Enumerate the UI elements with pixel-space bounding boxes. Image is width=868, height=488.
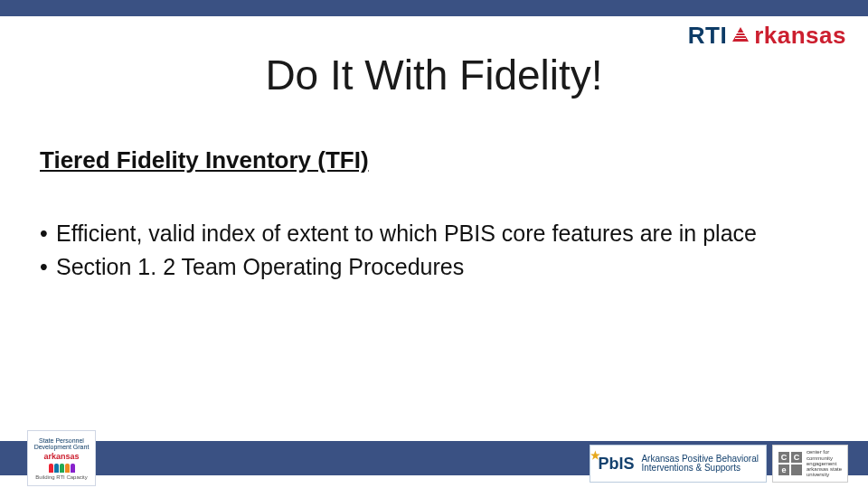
bullet-list: Efficient, valid index of extent to whic…: [40, 219, 828, 285]
logo-text-rti: RTI: [688, 22, 727, 50]
cce-letter: C: [778, 452, 789, 463]
bullet-text: Efficient, valid index of extent to whic…: [56, 219, 757, 249]
bullet-icon: [40, 219, 56, 249]
slide: RTI rkansas Do It With Fidelity! Tiered …: [0, 0, 868, 488]
pbis-line2: Interventions & Supports: [641, 464, 759, 474]
people-icon: [49, 464, 75, 473]
bullet-icon: [40, 252, 56, 282]
slide-subheading: Tiered Fidelity Inventory (TFI): [40, 146, 369, 174]
footer-badges-right: ★ PbIS Arkansas Positive Behavioral Inte…: [590, 445, 848, 483]
triangle-icon: [732, 27, 749, 42]
cce-label: center for community engagement arkansas…: [807, 449, 842, 477]
list-item: Section 1. 2 Team Operating Procedures: [40, 252, 828, 282]
cce-letter: [791, 465, 802, 475]
cce-badge: C C e center for community engagement ar…: [772, 445, 848, 483]
pbis-badge: ★ PbIS Arkansas Positive Behavioral Inte…: [590, 445, 767, 483]
cce-letter: e: [778, 465, 789, 475]
slide-title: Do It With Fidelity!: [0, 51, 868, 99]
star-icon: ★: [590, 449, 600, 462]
pbis-logo-icon: ★ PbIS: [598, 455, 634, 474]
top-accent-bar: [0, 0, 868, 16]
cce-grid-icon: C C e: [778, 452, 802, 475]
badge-name: arkansas: [43, 452, 79, 461]
pbis-logo-text: PbIS: [598, 455, 634, 473]
badge-tagline: Building RTI Capacity: [35, 474, 88, 480]
header-logo: RTI rkansas: [688, 22, 846, 50]
bullet-text: Section 1. 2 Team Operating Procedures: [56, 252, 464, 282]
badge-arc-text: State Personnel Development Grant: [28, 437, 95, 450]
logo-text-arkansas: rkansas: [754, 22, 846, 50]
footer-badge-left: State Personnel Development Grant arkans…: [27, 430, 96, 486]
cce-letter: C: [791, 452, 802, 463]
list-item: Efficient, valid index of extent to whic…: [40, 219, 828, 249]
pbis-label: Arkansas Positive Behavioral Interventio…: [641, 455, 759, 474]
